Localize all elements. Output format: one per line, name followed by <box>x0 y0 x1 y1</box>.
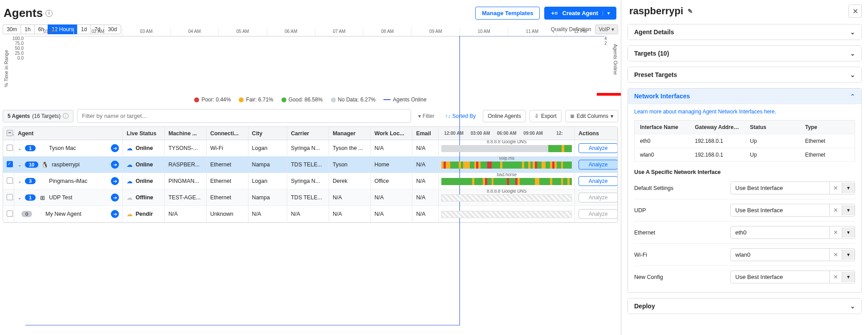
sorted-by-button[interactable]: ↑↓Sorted By <box>442 110 480 122</box>
info-icon[interactable]: i <box>63 113 69 119</box>
clear-icon[interactable]: ✕ <box>829 204 842 216</box>
col-work-loc[interactable]: Work Loc... <box>371 127 412 140</box>
open-agent-icon[interactable]: ➔ <box>111 194 119 202</box>
row-checkbox[interactable] <box>7 145 13 151</box>
export-icon: ⇩ <box>534 113 539 119</box>
col-connection[interactable]: Connecti... <box>206 127 248 140</box>
target-count-badge: 1 <box>25 194 36 201</box>
edit-icon[interactable]: ✎ <box>688 8 693 15</box>
interface-select[interactable]: wlan0✕▼ <box>730 248 855 261</box>
chevron-down-icon[interactable]: ▼ <box>842 205 855 215</box>
chevron-down-icon[interactable]: ▼ <box>842 250 855 260</box>
col-agent[interactable]: Agent <box>14 127 123 140</box>
col-email[interactable]: Email <box>412 127 439 140</box>
chevron-down-icon[interactable]: ▼ <box>842 227 855 238</box>
filter-input[interactable] <box>77 109 411 123</box>
table-row[interactable]: ⌄10🐧raspberrypi➔☁OnlineRASPBER...Etherne… <box>3 157 618 173</box>
expand-icon[interactable]: ⌄ <box>18 146 21 151</box>
setting-label: Wi-Fi <box>634 252 647 258</box>
table-row[interactable]: ⌄1⊞UDP Test➔☁OfflineTEST-AGE...EthernetN… <box>3 190 618 206</box>
chevron-down-icon[interactable]: ▼ <box>842 272 855 282</box>
clear-icon[interactable]: ✕ <box>829 182 842 194</box>
col-manager[interactable]: Manager <box>329 127 371 140</box>
row-checkbox[interactable] <box>7 161 13 167</box>
interface-select[interactable]: Use Best Interface✕▼ <box>730 204 855 217</box>
col-city[interactable]: City <box>248 127 287 140</box>
select-all-checkbox[interactable] <box>3 127 14 140</box>
close-icon: ✕ <box>852 7 858 16</box>
col-actions: Actions <box>575 127 618 140</box>
interface-select[interactable]: Use Best Interface✕▼ <box>730 270 855 283</box>
interface-setting-row: Wi-Fiwlan0✕▼ <box>634 244 855 266</box>
open-agent-icon[interactable]: ➔ <box>111 144 119 152</box>
timeline-cell[interactable]: voip.ms <box>439 157 575 173</box>
chart-legend: Poor: 0.44% Fair: 6.71% Good: 86.58% No … <box>3 93 618 109</box>
acc-agent-details[interactable]: Agent Details⌄ <box>628 24 862 40</box>
timeline-cell[interactable] <box>439 206 575 222</box>
analyze-button[interactable]: Analyze <box>579 176 617 186</box>
online-agents-button[interactable]: Online Agents <box>483 110 526 122</box>
col-carrier[interactable]: Carrier <box>287 127 329 140</box>
chevron-down-icon[interactable]: ▼ <box>842 183 855 193</box>
target-count-badge: 1 <box>25 145 36 151</box>
interface-select[interactable]: eth0✕▼ <box>730 226 855 239</box>
windows-icon: ⊞ <box>39 194 45 201</box>
analyze-button[interactable]: Analyze <box>579 143 617 153</box>
setting-label: New Config <box>634 274 663 280</box>
row-checkbox[interactable] <box>7 178 13 184</box>
timeline-cell[interactable]: bad.horse <box>439 173 575 190</box>
timeline-cell[interactable]: 8.8.8.8 Google DNS <box>439 140 575 157</box>
cloud-icon: ☁ <box>126 161 133 168</box>
expand-icon[interactable]: ⌄ <box>18 195 21 200</box>
col-machine[interactable]: Machine ... <box>165 127 207 140</box>
acc-targets[interactable]: Targets (10)⌄ <box>628 45 862 61</box>
y-axis-right-label: Agents Online <box>612 35 618 93</box>
acc-network-interfaces[interactable]: Network Interfaces⌃ Learn more about man… <box>628 88 862 293</box>
interface-setting-row: New ConfigUse Best Interface✕▼ <box>634 266 855 288</box>
interface-setting-row: Default SettingsUse Best Interface✕▼ <box>634 177 855 199</box>
clear-icon[interactable]: ✕ <box>829 226 842 238</box>
manage-templates-button[interactable]: Manage Templates <box>475 7 540 20</box>
table-row[interactable]: ⌄1Tyson Mac➔☁OnlineTYSONS-...Wi-FiLoganS… <box>3 140 618 157</box>
row-checkbox[interactable] <box>7 194 13 200</box>
agents-count: 5 Agents (16 Targets) i <box>3 110 73 122</box>
close-button[interactable]: ✕ <box>848 4 862 18</box>
clear-icon[interactable]: ✕ <box>829 271 842 283</box>
agent-name: My New Agent <box>45 211 82 217</box>
create-agent-button[interactable]: +≡ Create Agent▾ <box>544 7 616 20</box>
open-agent-icon[interactable]: ➔ <box>111 161 119 169</box>
open-agent-icon[interactable]: ➔ <box>111 210 119 218</box>
info-icon[interactable]: i <box>45 10 53 17</box>
expand-icon[interactable]: ⌄ <box>18 162 21 167</box>
learn-more-link[interactable]: Learn more about managing Agent Network … <box>634 109 776 115</box>
quality-chart[interactable]: 100.075.050.025.00.0 42 01 AM02 AM03 AM0… <box>25 36 605 36</box>
timeline-cell[interactable]: 8.8.8.8 Google DNS <box>439 190 575 206</box>
chevron-down-icon: ⌄ <box>850 29 855 36</box>
edit-columns-button[interactable]: ≣Edit Columns ▾ <box>565 110 618 122</box>
side-panel: raspberrypi✎ ✕ Agent Details⌄ Targets (1… <box>621 0 868 335</box>
clear-icon[interactable]: ✕ <box>829 249 842 261</box>
chevron-down-icon[interactable]: ▾ <box>603 11 610 16</box>
table-row[interactable]: 0My New Agent➔☁PendirN/AUnknownN/AN/AN/A… <box>3 206 618 222</box>
filter-button[interactable]: ▾Filter <box>415 110 438 122</box>
agent-name: raspberrypi <box>52 161 80 168</box>
analyze-button[interactable]: Analyze <box>579 160 617 170</box>
filter-icon: ▾ <box>418 113 421 119</box>
agent-name: UDP Test <box>49 194 72 201</box>
table-row[interactable]: ⌄3Pingmans-iMac➔☁OnlinePINGMAN...Etherne… <box>3 173 618 190</box>
row-checkbox[interactable] <box>7 210 13 217</box>
col-live-status[interactable]: Live Status <box>123 127 165 140</box>
range-30m[interactable]: 30m <box>3 24 20 34</box>
interface-setting-row: Etherneteth0✕▼ <box>634 222 855 244</box>
acc-preset-targets[interactable]: Preset Targets⌄ <box>628 67 862 83</box>
setting-label: UDP <box>634 207 646 214</box>
setting-label: Default Settings <box>634 185 673 191</box>
export-button[interactable]: ⇩Export <box>530 110 562 122</box>
target-count-badge: 0 <box>21 211 32 217</box>
col-timeline: 12:00 AM03:00 AM06:00 AM09:00 AM12: <box>439 127 575 140</box>
interface-select[interactable]: Use Best Interface✕▼ <box>730 182 855 194</box>
open-agent-icon[interactable]: ➔ <box>111 177 119 185</box>
acc-deploy[interactable]: Deploy⌄ <box>628 298 862 314</box>
linux-icon: 🐧 <box>42 161 48 168</box>
expand-icon[interactable]: ⌄ <box>18 179 21 184</box>
